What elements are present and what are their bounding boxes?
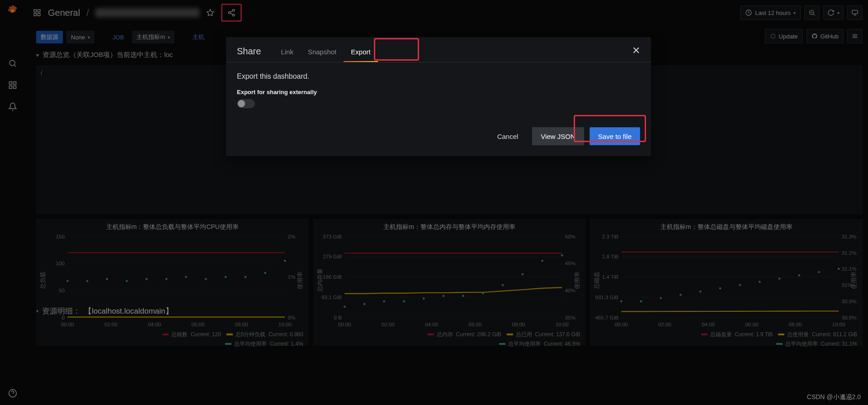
modal-header: Share Link Snapshot Export ✕: [226, 37, 651, 62]
save-to-file-button[interactable]: Save to file: [590, 127, 640, 145]
cancel-button[interactable]: Cancel: [489, 127, 527, 145]
export-external-switch[interactable]: [237, 99, 255, 108]
export-switch-label: Export for sharing externally: [237, 89, 640, 95]
view-json-button[interactable]: View JSON: [532, 127, 584, 145]
share-modal: Share Link Snapshot Export ✕ Export this…: [226, 37, 651, 156]
modal-title: Share: [237, 46, 261, 62]
tab-link[interactable]: Link: [274, 48, 301, 62]
modal-body: Export this dashboard. Export for sharin…: [226, 62, 651, 118]
tab-snapshot[interactable]: Snapshot: [301, 48, 344, 62]
modal-footer: Cancel View JSON Save to file: [226, 118, 651, 156]
tab-export[interactable]: Export: [344, 48, 377, 62]
export-description: Export this dashboard.: [237, 72, 640, 81]
close-icon[interactable]: ✕: [632, 45, 640, 62]
watermark: CSDN @小邋遢2.0: [807, 393, 861, 401]
